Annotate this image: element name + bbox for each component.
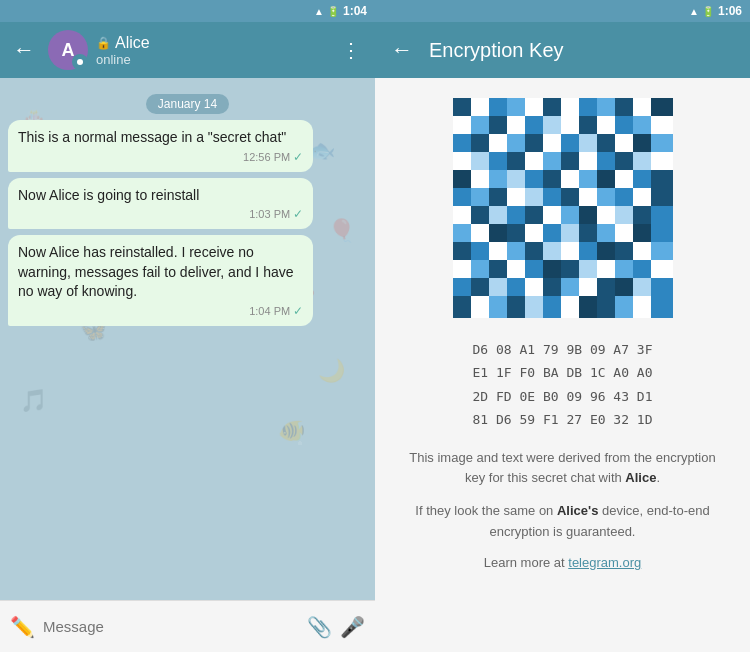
message-input[interactable]	[43, 609, 299, 645]
signal-icons-right: ▲ 🔋	[689, 6, 714, 17]
svg-rect-36	[633, 134, 651, 152]
more-button[interactable]: ⋮	[335, 38, 367, 62]
svg-rect-83	[615, 206, 633, 224]
check-icon: ✓	[293, 150, 303, 164]
svg-rect-56	[561, 170, 579, 188]
svg-rect-25	[651, 116, 673, 134]
svg-rect-22	[597, 116, 615, 134]
svg-rect-40	[489, 152, 507, 170]
avatar-badge	[72, 54, 88, 70]
battery-icon-right: 🔋	[702, 6, 714, 17]
status-time-right: 1:06	[718, 4, 742, 18]
svg-rect-129	[579, 278, 597, 296]
svg-rect-10	[597, 98, 615, 116]
svg-rect-61	[651, 170, 673, 188]
svg-rect-126	[525, 278, 543, 296]
svg-rect-34	[597, 134, 615, 152]
chat-header: ← A 🔒 Alice online ⋮	[0, 22, 375, 78]
svg-rect-66	[525, 188, 543, 206]
svg-rect-44	[561, 152, 579, 170]
enc-description-1: This image and text were derived from th…	[399, 448, 726, 490]
telegram-link[interactable]: telegram.org	[568, 555, 641, 570]
encryption-content: D6 08 A1 79 9B 09 A7 3F E1 1F F0 BA DB 1…	[375, 78, 750, 652]
attach-icon[interactable]: 📎	[307, 615, 332, 639]
svg-rect-49	[651, 152, 673, 170]
svg-rect-108	[633, 242, 651, 260]
svg-rect-99	[471, 242, 489, 260]
svg-rect-107	[615, 242, 633, 260]
svg-rect-110	[453, 260, 471, 278]
svg-rect-101	[507, 242, 525, 260]
svg-rect-69	[579, 188, 597, 206]
lock-icon: 🔒	[96, 36, 111, 50]
svg-rect-6	[525, 98, 543, 116]
desc2-start: If they look the same on	[415, 503, 557, 518]
svg-point-0	[77, 59, 83, 65]
svg-rect-26	[453, 134, 471, 152]
svg-rect-31	[543, 134, 561, 152]
encryption-key-panel: ▲ 🔋 1:06 ← Encryption Key	[375, 0, 750, 652]
bubble-meta: 1:04 PM ✓	[18, 304, 303, 318]
svg-rect-105	[579, 242, 597, 260]
svg-rect-125	[507, 278, 525, 296]
message-time: 1:03 PM	[249, 208, 290, 220]
svg-rect-15	[471, 116, 489, 134]
svg-rect-47	[615, 152, 633, 170]
svg-rect-50	[453, 170, 471, 188]
svg-rect-64	[489, 188, 507, 206]
svg-rect-45	[579, 152, 597, 170]
status-time-left: 1:04	[343, 4, 367, 18]
bubble-meta: 12:56 PM ✓	[18, 150, 303, 164]
svg-rect-91	[543, 224, 561, 242]
contact-status: online	[96, 52, 327, 67]
mic-icon[interactable]: 🎤	[340, 615, 365, 639]
svg-rect-52	[489, 170, 507, 188]
svg-rect-68	[561, 188, 579, 206]
svg-rect-106	[597, 242, 615, 260]
svg-rect-114	[525, 260, 543, 278]
message-text: Now Alice has reinstalled. I receive no …	[18, 243, 303, 302]
svg-rect-141	[579, 296, 597, 318]
svg-rect-29	[507, 134, 525, 152]
svg-rect-109	[651, 242, 673, 260]
svg-rect-132	[633, 278, 651, 296]
chat-panel: ▲ 🔋 1:04 ← A 🔒 Alice online ⋮ 🎂 🐟 🚀	[0, 0, 375, 652]
signal-icon: ▲	[314, 6, 324, 17]
svg-rect-100	[489, 242, 507, 260]
back-button[interactable]: ←	[8, 37, 40, 63]
svg-rect-102	[525, 242, 543, 260]
check-icon: ✓	[293, 207, 303, 221]
svg-rect-76	[489, 206, 507, 224]
svg-rect-96	[633, 224, 651, 242]
svg-rect-57	[579, 170, 597, 188]
svg-rect-48	[633, 152, 651, 170]
svg-rect-18	[525, 116, 543, 134]
svg-rect-118	[597, 260, 615, 278]
svg-rect-122	[453, 278, 471, 296]
key-row-1: E1 1F F0 BA DB 1C A0 A0	[472, 361, 652, 384]
svg-rect-16	[489, 116, 507, 134]
learn-more-text: Learn more at telegram.org	[484, 555, 642, 570]
svg-rect-131	[615, 278, 633, 296]
enc-back-button[interactable]: ←	[391, 37, 413, 63]
svg-rect-54	[525, 170, 543, 188]
desc2-name: Alice's	[557, 503, 598, 518]
svg-rect-133	[651, 278, 673, 296]
svg-rect-9	[579, 98, 597, 116]
svg-rect-138	[525, 296, 543, 318]
contact-name: Alice	[115, 34, 150, 52]
svg-rect-140	[561, 296, 579, 318]
svg-rect-90	[525, 224, 543, 242]
svg-rect-95	[615, 224, 633, 242]
check-icon: ✓	[293, 304, 303, 318]
svg-rect-128	[561, 278, 579, 296]
svg-rect-89	[507, 224, 525, 242]
svg-rect-94	[597, 224, 615, 242]
svg-rect-27	[471, 134, 489, 152]
desc1-text: This image and text were derived from th…	[409, 450, 715, 486]
svg-rect-92	[561, 224, 579, 242]
chat-input-bar: ✏️ 📎 🎤	[0, 600, 375, 652]
message-bubble: Now Alice is going to reinstall 1:03 PM …	[8, 178, 313, 230]
status-bar-right: ▲ 🔋 1:06	[375, 0, 750, 22]
svg-rect-28	[489, 134, 507, 152]
